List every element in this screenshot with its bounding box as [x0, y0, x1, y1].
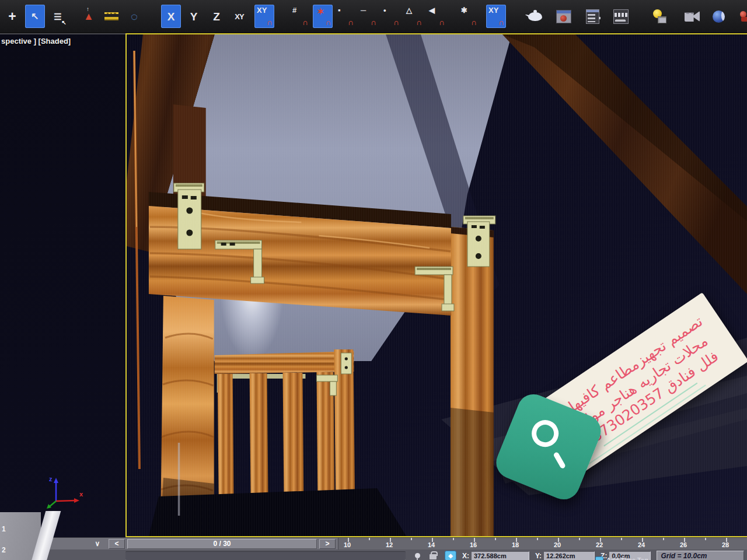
- material-editor-icon[interactable]: [582, 5, 602, 28]
- 3ds-max-window: +↖☰↖▲↑◌XYZXYXY∩#∩✶∩▪∩─∩•∩△∩◀∩✱∩XY∩ spect…: [0, 0, 747, 560]
- x-coord-field[interactable]: 372.588cm: [471, 551, 529, 560]
- face-snap-icon[interactable]: △∩: [404, 5, 424, 28]
- magnifier-icon: [528, 416, 563, 451]
- render-setup-icon[interactable]: [554, 5, 574, 28]
- world-axis-gizmo: z x: [46, 472, 86, 509]
- film-camera-icon[interactable]: [737, 5, 747, 28]
- isolate-selection-icon[interactable]: [415, 553, 420, 558]
- left-panel-item-1: 1: [2, 525, 6, 533]
- select-by-name-icon[interactable]: ☰↖: [48, 5, 68, 28]
- edge-snap-icon[interactable]: ─∩: [358, 5, 378, 28]
- environment-icon[interactable]: [708, 5, 728, 28]
- ruler-frame-22: 22: [596, 541, 603, 548]
- time-tag-icon: [595, 556, 603, 560]
- perspective-viewport[interactable]: [125, 33, 747, 537]
- track-bar-ruler[interactable]: 10121416182022242628: [338, 538, 747, 550]
- ruler-frame-14: 14: [428, 541, 435, 548]
- add-time-tag[interactable]: Add Time Tag: [595, 556, 648, 560]
- axis-x-constraint-button[interactable]: X: [161, 5, 181, 28]
- ruler-frame-26: 26: [680, 541, 687, 548]
- pivot-snap-icon[interactable]: ✶∩: [313, 5, 333, 28]
- face-snap-filled-icon[interactable]: ◀∩: [427, 5, 446, 28]
- y-coord-label: Y:: [535, 552, 542, 560]
- video-camera-icon[interactable]: [682, 5, 702, 28]
- snap-toggle-xy-button[interactable]: XY∩: [254, 5, 274, 28]
- grid-size-readout: Grid = 10.0cm: [657, 551, 744, 560]
- render-frame-icon[interactable]: [611, 5, 631, 28]
- select-object-icon[interactable]: ↖: [25, 5, 45, 28]
- midpoint-snap-icon[interactable]: •∩: [381, 5, 401, 28]
- vertex-snap-icon[interactable]: ▪∩: [336, 5, 355, 28]
- snap-toggle-xy2-button[interactable]: XY∩: [486, 5, 506, 28]
- ruler-frame-24: 24: [638, 541, 645, 548]
- selection-region-icon[interactable]: ◌: [124, 5, 144, 28]
- 3d-scene: [127, 34, 747, 536]
- ruler-frame-16: 16: [470, 541, 477, 548]
- y-coord-field[interactable]: 12.262cm: [543, 551, 595, 560]
- axis-xy-constraint-button[interactable]: XY: [229, 5, 249, 28]
- selection-lock-icon[interactable]: [430, 554, 437, 559]
- move-tool-icon[interactable]: +: [2, 5, 22, 28]
- light-lister-icon[interactable]: [649, 5, 669, 28]
- axis-y-constraint-button[interactable]: Y: [184, 5, 204, 28]
- next-frame-button[interactable]: >: [319, 539, 336, 549]
- timeline-bar: ∨ < 0 / 30 > 10121416182022242628: [0, 537, 747, 550]
- prompt-line: [125, 551, 406, 560]
- ruler-frame-10: 10: [344, 541, 351, 548]
- previous-frame-button[interactable]: <: [109, 539, 125, 549]
- left-viewport[interactable]: spective ] [Shaded] z x: [0, 33, 125, 537]
- time-slider[interactable]: 0 / 30: [127, 539, 317, 549]
- viewport-label[interactable]: spective ] [Shaded]: [1, 37, 71, 46]
- axis-z-constraint-button[interactable]: Z: [207, 5, 226, 28]
- ruler-frame-18: 18: [512, 541, 519, 548]
- main-toolbar: +↖☰↖▲↑◌XYZXYXY∩#∩✶∩▪∩─∩•∩△∩◀∩✱∩XY∩: [0, 0, 747, 33]
- ruler-frame-20: 20: [554, 541, 561, 548]
- ruler-frame-12: 12: [386, 541, 393, 548]
- pivot-point-snap-icon[interactable]: ✱∩: [459, 5, 479, 28]
- ruler-frame-28: 28: [722, 541, 729, 548]
- hierarchy-icon[interactable]: ▲↑: [79, 5, 99, 28]
- absolute-mode-toggle[interactable]: ◈: [445, 551, 456, 560]
- render-teapot-icon[interactable]: [525, 5, 545, 28]
- measure-icon[interactable]: [102, 5, 121, 28]
- x-coord-label: X:: [462, 552, 469, 560]
- gizmo-z-label: z: [49, 475, 53, 482]
- chevron-down-icon[interactable]: ∨: [89, 539, 106, 549]
- floor-shadow: [149, 488, 406, 536]
- gizmo-x-label: x: [79, 491, 83, 498]
- grid-snap-icon[interactable]: #∩: [290, 5, 310, 28]
- left-panel-item-2: 2: [2, 546, 6, 554]
